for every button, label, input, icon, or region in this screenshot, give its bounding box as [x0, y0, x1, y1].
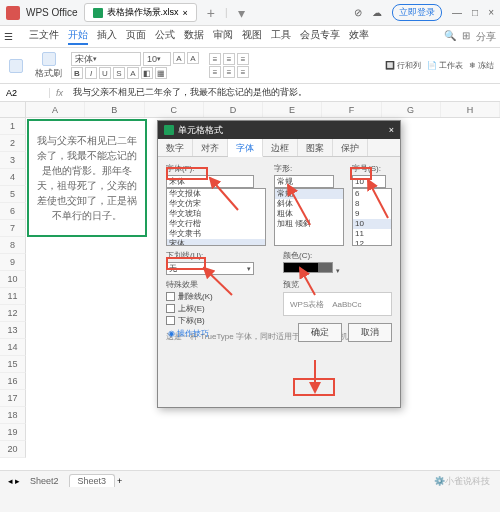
tab-close-icon[interactable]: × — [183, 8, 188, 18]
menu-formula[interactable]: 公式 — [155, 28, 175, 45]
row-header-2[interactable]: 2 — [0, 135, 26, 152]
tab-pattern[interactable]: 图案 — [298, 139, 333, 156]
menu-page[interactable]: 页面 — [126, 28, 146, 45]
col-a[interactable]: A — [26, 102, 85, 117]
sheet-nav-prev[interactable]: ◂ — [8, 476, 13, 486]
row-header-11[interactable]: 11 — [0, 288, 26, 305]
cell-a2[interactable]: 我与父亲不相见已二年余了，我最不能忘记的是他的背影。那年冬天，祖母死了，父亲的差… — [27, 119, 147, 237]
formula-content[interactable]: 我与父亲不相见已二年余了，我最不能忘记的是他的背影。 — [69, 86, 500, 99]
size-input[interactable]: 10 — [352, 175, 386, 188]
menu-review[interactable]: 审阅 — [213, 28, 233, 45]
strike-checkbox[interactable]: 删除线(K) — [166, 291, 275, 302]
col-c[interactable]: C — [145, 102, 204, 117]
close-icon[interactable]: × — [488, 7, 494, 18]
font-color-button[interactable]: A — [127, 67, 139, 79]
sub-checkbox[interactable]: 下标(B) — [166, 315, 275, 326]
menu-vip[interactable]: 会员专享 — [300, 28, 340, 45]
italic-button[interactable]: I — [85, 67, 97, 79]
align-center-button[interactable]: ≡ — [223, 66, 235, 78]
freeze-button[interactable]: ❄冻结 — [469, 60, 494, 71]
add-sheet-button[interactable]: + — [117, 476, 122, 486]
cell-reference[interactable]: A2 — [0, 88, 50, 98]
ok-button[interactable]: 确定 — [298, 323, 342, 342]
new-tab-button[interactable]: + — [203, 5, 219, 21]
row-header-14[interactable]: 14 — [0, 339, 26, 356]
maximize-icon[interactable]: □ — [472, 7, 478, 18]
align-middle-button[interactable]: ≡ — [223, 53, 235, 65]
row-header-9[interactable]: 9 — [0, 254, 26, 271]
row-header-17[interactable]: 17 — [0, 390, 26, 407]
decrease-font-button[interactable]: A — [187, 52, 199, 64]
align-right-button[interactable]: ≡ — [237, 66, 249, 78]
font-list[interactable]: 华文报体 华文仿宋 华文琥珀 华文行楷 华文隶书 宋体 — [166, 188, 266, 246]
menu-start[interactable]: 开始 — [68, 28, 88, 45]
align-bottom-button[interactable]: ≡ — [237, 53, 249, 65]
col-g[interactable]: G — [382, 102, 441, 117]
sheet-tab-2[interactable]: Sheet2 — [22, 475, 67, 487]
style-input[interactable]: 常规 — [274, 175, 334, 188]
menu-data[interactable]: 数据 — [184, 28, 204, 45]
tab-font[interactable]: 字体 — [228, 139, 263, 157]
font-family-select[interactable]: 宋体▾ — [71, 52, 141, 66]
login-button[interactable]: 立即登录 — [392, 4, 442, 21]
sheet-nav-next[interactable]: ▸ — [15, 476, 20, 486]
format-brush-button[interactable]: 格式刷 — [32, 52, 65, 80]
row-header-12[interactable]: 12 — [0, 305, 26, 322]
align-left-button[interactable]: ≡ — [209, 66, 221, 78]
row-header-16[interactable]: 16 — [0, 373, 26, 390]
strike-button[interactable]: S — [113, 67, 125, 79]
menu-efficiency[interactable]: 效率 — [349, 28, 369, 45]
row-header-8[interactable]: 8 — [0, 237, 26, 254]
row-header-18[interactable]: 18 — [0, 407, 26, 424]
cancel-button[interactable]: 取消 — [348, 323, 392, 342]
col-f[interactable]: F — [322, 102, 381, 117]
font-input[interactable]: 宋体 — [166, 175, 254, 188]
tab-border[interactable]: 边框 — [263, 139, 298, 156]
row-header-20[interactable]: 20 — [0, 441, 26, 458]
tab-number[interactable]: 数字 — [158, 139, 193, 156]
worksheet-button[interactable]: 📄工作表 — [427, 60, 463, 71]
menu-tools[interactable]: 工具 — [271, 28, 291, 45]
minimize-icon[interactable]: — — [452, 7, 462, 18]
file-tab[interactable]: 表格操作场景.xlsx × — [84, 3, 197, 22]
fx-icon[interactable]: fx — [50, 88, 69, 98]
font-size-select[interactable]: 10▾ — [143, 52, 171, 66]
row-header-10[interactable]: 10 — [0, 271, 26, 288]
super-checkbox[interactable]: 上标(E) — [166, 303, 275, 314]
row-header-13[interactable]: 13 — [0, 322, 26, 339]
col-b[interactable]: B — [85, 102, 144, 117]
menu-three-file[interactable]: 三文件 — [29, 28, 59, 45]
share-button[interactable]: 分享 — [476, 30, 496, 44]
paste-button[interactable] — [6, 59, 26, 73]
row-header-15[interactable]: 15 — [0, 356, 26, 373]
bold-button[interactable]: B — [71, 67, 83, 79]
row-header-5[interactable]: 5 — [0, 186, 26, 203]
underline-select[interactable]: 无▾ — [166, 262, 254, 275]
col-h[interactable]: H — [441, 102, 500, 117]
tips-link[interactable]: ◉ 操作技巧 — [168, 328, 209, 339]
border-button[interactable]: ▦ — [155, 67, 167, 79]
menu-file-icon[interactable]: ☰ — [4, 31, 13, 42]
menu-view[interactable]: 视图 — [242, 28, 262, 45]
app-icon[interactable]: ⊞ — [462, 30, 470, 44]
underline-button[interactable]: U — [99, 67, 111, 79]
row-header-6[interactable]: 6 — [0, 203, 26, 220]
fill-color-button[interactable]: ◧ — [141, 67, 153, 79]
style-list[interactable]: 常规 斜体 粗体 加粗 倾斜 — [274, 188, 344, 246]
col-d[interactable]: D — [204, 102, 263, 117]
dropdown-icon[interactable]: ▾ — [234, 5, 249, 21]
row-header-19[interactable]: 19 — [0, 424, 26, 441]
row-col-button[interactable]: 🔲行和列 — [385, 60, 421, 71]
row-header-1[interactable]: 1 — [0, 118, 26, 135]
menu-insert[interactable]: 插入 — [97, 28, 117, 45]
increase-font-button[interactable]: A — [173, 52, 185, 64]
align-top-button[interactable]: ≡ — [209, 53, 221, 65]
color-select[interactable]: ▾ — [283, 262, 392, 275]
dialog-close-button[interactable]: × — [389, 125, 394, 135]
row-header-4[interactable]: 4 — [0, 169, 26, 186]
row-header-7[interactable]: 7 — [0, 220, 26, 237]
search-icon[interactable]: 🔍 — [444, 30, 456, 44]
select-all-corner[interactable] — [0, 102, 26, 117]
size-list[interactable]: 6 8 9 10 11 12 — [352, 188, 392, 246]
sheet-tab-3[interactable]: Sheet3 — [69, 474, 116, 487]
